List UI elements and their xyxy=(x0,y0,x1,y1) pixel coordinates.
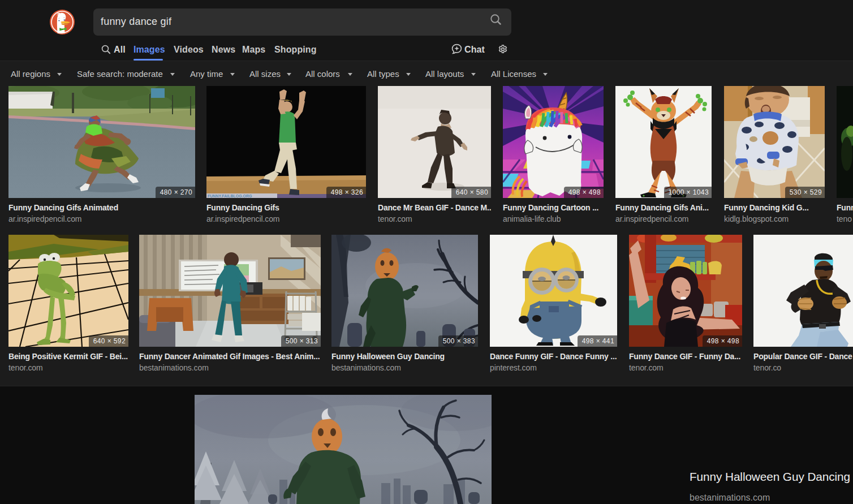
svg-text:FUNNY.FAILBLOG.ORG: FUNNY.FAILBLOG.ORG xyxy=(208,194,252,198)
